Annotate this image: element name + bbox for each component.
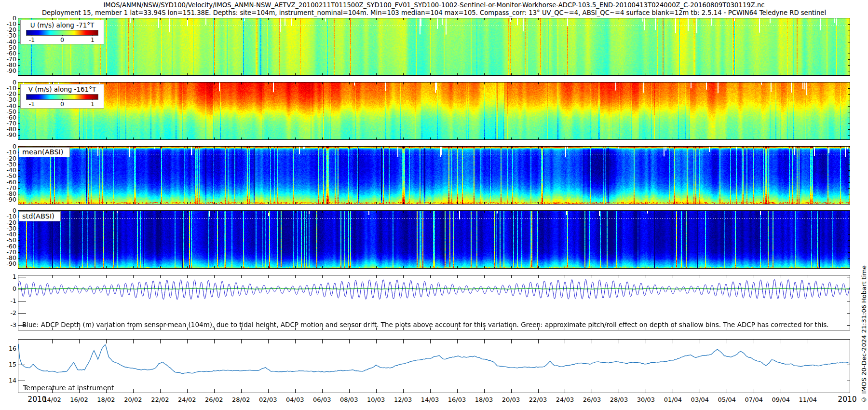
y-tick-label: 14 bbox=[0, 377, 16, 384]
x-tick-label: 10/03 bbox=[367, 396, 385, 403]
depth-tick-label: -90 bbox=[0, 68, 16, 74]
u-colorbar-ticks: -1 0 1 bbox=[26, 36, 98, 43]
y-tick-label: 16 bbox=[0, 345, 16, 352]
x-tick-label: 14/03 bbox=[421, 396, 439, 403]
temperature-canvas bbox=[18, 340, 850, 393]
x-tick-label: 28/02 bbox=[232, 396, 250, 403]
x-tick-label: 22/02 bbox=[151, 396, 169, 403]
u-colorbar-tick: 1 bbox=[91, 36, 95, 43]
panel-std-absi: 0-10-20-30-40-50-60-70-80-90 std(ABSI) bbox=[18, 210, 850, 269]
x-tick-label: 16/02 bbox=[70, 396, 88, 403]
v-colorbar-tick: 1 bbox=[91, 100, 95, 108]
u-colorbar-tick: 0 bbox=[60, 36, 64, 43]
title-line2: Deployment 15, member 1 lat=33.94S lon=1… bbox=[0, 9, 868, 16]
figure: IMOS/ANMN/NSW/SYD100/Velocity/IMOS_ANMN-… bbox=[0, 0, 868, 410]
panel-mean-absi: 0-10-20-30-40-50-60-70-80-90 mean(ABSI) bbox=[18, 146, 850, 205]
x-tick-label: 09/04 bbox=[772, 396, 790, 403]
u-legend-title: U (m/s) along -71°T bbox=[21, 21, 104, 29]
x-tick-label: 11/04 bbox=[799, 396, 817, 403]
y-tick-label: -1 bbox=[0, 298, 16, 304]
depth-tick-label: -90 bbox=[0, 196, 16, 203]
depth-tick-label: -90 bbox=[0, 132, 16, 138]
v-colorbar-legend: V (m/s) along -161°T -1 0 1 bbox=[20, 84, 104, 109]
u-depth-axis-labels: 0-10-20-30-40-50-60-70-80-90 bbox=[0, 18, 16, 75]
v-colorbar-tick: 0 bbox=[60, 100, 64, 108]
x-axis-year-end: 2010 bbox=[830, 395, 864, 404]
depth-variation-axis-labels: 10-1-2-3 bbox=[0, 275, 16, 330]
x-axis-labels: 14/0216/0218/0220/0222/0224/0226/0228/02… bbox=[0, 396, 868, 406]
x-tick-label: 24/02 bbox=[178, 396, 196, 403]
v-depth-axis-labels: 0-10-20-30-40-50-60-70-80-90 bbox=[0, 82, 16, 139]
x-tick-label: 28/03 bbox=[610, 396, 628, 403]
x-tick-label: 26/02 bbox=[205, 396, 223, 403]
u-colorbar-tick: -1 bbox=[29, 36, 35, 43]
v-heatmap-canvas bbox=[18, 82, 850, 139]
title-line1: IMOS/ANMN/NSW/SYD100/Velocity/IMOS_ANMN-… bbox=[0, 1, 868, 9]
x-tick-label: 16/03 bbox=[448, 396, 466, 403]
x-tick-label: 22/03 bbox=[529, 396, 547, 403]
x-tick-label: 24/03 bbox=[556, 396, 574, 403]
panel-v-velocity: 0-10-20-30-40-50-60-70-80-90 V (m/s) alo… bbox=[18, 82, 850, 140]
x-tick-label: 08/03 bbox=[340, 396, 358, 403]
copyright-watermark: © IMOS 20-Dec-2024 21:31:06 Hobart time bbox=[860, 265, 868, 403]
depth-variation-annotation: Blue: ADCP Depth (m) variation from sens… bbox=[22, 321, 829, 328]
surface-blank-line bbox=[18, 26, 850, 26]
y-tick-label: -3 bbox=[0, 322, 16, 328]
std-absi-heatmap-canvas bbox=[18, 211, 850, 268]
v-legend-title: V (m/s) along -161°T bbox=[21, 85, 104, 93]
x-tick-label: 12/03 bbox=[394, 396, 412, 403]
panel-u-velocity: 0-10-20-30-40-50-60-70-80-90 U (m/s) alo… bbox=[18, 18, 850, 76]
v-colorbar-ticks: -1 0 1 bbox=[26, 100, 98, 107]
y-tick-label: 1 bbox=[0, 273, 16, 280]
panel-depth-variation: 10-1-2-3 Blue: ADCP Depth (m) variation … bbox=[18, 275, 850, 330]
u-heatmap-canvas bbox=[18, 18, 850, 75]
surface-blank-line bbox=[18, 218, 850, 219]
x-tick-label: 04/03 bbox=[286, 396, 304, 403]
x-tick-label: 18/03 bbox=[475, 396, 493, 403]
temperature-label: Temperature at instrument bbox=[23, 384, 114, 392]
x-tick-label: 02/03 bbox=[259, 396, 277, 403]
y-tick-label: 15 bbox=[0, 361, 16, 368]
x-tick-label: 30/03 bbox=[637, 396, 655, 403]
u-colorbar-legend: U (m/s) along -71°T -1 0 1 bbox=[20, 20, 104, 44]
x-axis-year-start: 2010 bbox=[20, 395, 54, 404]
x-tick-label: 18/02 bbox=[97, 396, 115, 403]
x-tick-label: 20/03 bbox=[502, 396, 520, 403]
depth-tick-label: -90 bbox=[0, 260, 16, 267]
std-absi-depth-axis-labels: 0-10-20-30-40-50-60-70-80-90 bbox=[0, 211, 16, 268]
y-tick-label: -2 bbox=[0, 310, 16, 316]
x-tick-label: 26/03 bbox=[583, 396, 601, 403]
panel-temperature: 161514 Temperature at instrument bbox=[18, 339, 850, 393]
x-tick-label: 03/04 bbox=[691, 396, 709, 403]
temperature-axis-labels: 161514 bbox=[0, 340, 16, 393]
mean-absi-label: mean(ABSI) bbox=[19, 147, 70, 157]
x-tick-label: 05/04 bbox=[718, 396, 736, 403]
x-tick-label: 06/03 bbox=[313, 396, 331, 403]
x-tick-label: 20/02 bbox=[124, 396, 142, 403]
x-tick-label: 07/04 bbox=[745, 396, 763, 403]
std-absi-label: std(ABSI) bbox=[19, 211, 61, 221]
surface-blank-line bbox=[18, 154, 850, 154]
v-colorbar-tick: -1 bbox=[29, 100, 35, 108]
y-tick-label: 0 bbox=[0, 286, 16, 292]
mean-absi-heatmap-canvas bbox=[18, 147, 850, 204]
x-tick-label: 01/04 bbox=[664, 396, 682, 403]
surface-blank-line bbox=[18, 90, 850, 90]
mean-absi-depth-axis-labels: 0-10-20-30-40-50-60-70-80-90 bbox=[0, 147, 16, 204]
